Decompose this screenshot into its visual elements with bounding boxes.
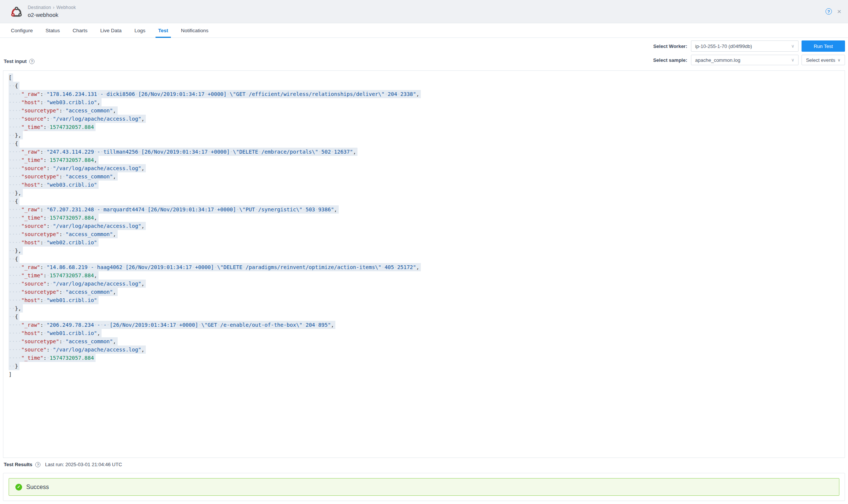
breadcrumb: Destination›Webhook [28,5,76,10]
test-input-header: Test input ? [4,58,34,64]
webhook-logo-icon [9,4,24,19]
code-line: ····"_raw":·"178.146.234.131·-·dicki8506… [9,90,845,98]
code-line: ··}, [9,304,845,313]
code-line: ····"_raw":·"67.207.231.248·-·marquardt4… [9,205,845,214]
code-line: ····"sourcetype":·"access_common", [9,106,845,115]
code-line: ····"_time":·1574732057.884, [9,214,845,222]
code-line: ····"_raw":·"247.43.114.229·-·tillman425… [9,148,845,156]
sample-select[interactable]: apache_common.log ∨ [691,55,799,65]
tab-live-data[interactable]: Live Data [94,23,128,37]
code-line: ··{ [9,197,845,205]
breadcrumb-separator: › [53,5,54,10]
question-help-icon[interactable]: ? [35,462,40,467]
code-line: ····"sourcetype":·"access_common", [9,337,845,345]
last-run-timestamp: Last run: 2025-03-01 21:04:46 UTC [45,462,122,467]
code-line: ····"host":·"web03.cribl.io" [9,181,845,189]
code-line: ····"sourcetype":·"access_common", [9,288,845,296]
tab-charts[interactable]: Charts [66,23,94,37]
tab-test[interactable]: Test [152,23,175,37]
code-line: ····"source":·"/var/log/apache/access.lo… [9,345,845,354]
code-line: ····"source":·"/var/log/apache/access.lo… [9,115,845,123]
code-line: ··}, [9,189,845,197]
chevron-down-icon: ∨ [838,58,841,62]
test-results-header: Test Results ? Last run: 2025-03-01 21:0… [4,462,122,467]
code-line: ··} [9,362,845,370]
success-status-text: Success [26,484,49,491]
worker-select-value: ip-10-255-1-70 (d04f99db) [695,43,752,49]
code-line: ····"sourcetype":·"access_common", [9,172,845,181]
code-line: ····"source":·"/var/log/apache/access.lo… [9,222,845,230]
code-line: ····"host":·"web01.cribl.io" [9,296,845,304]
code-line: ····"_time":·1574732057.884 [9,354,845,362]
success-check-icon: ✓ [15,484,22,491]
chevron-down-icon: ∨ [791,58,794,62]
question-help-icon[interactable]: ? [29,59,34,64]
code-line: ] [9,370,845,378]
sample-toolbar: Select sample: apache_common.log ∨ Selec… [653,55,845,65]
code-line: ····"_raw":·"206.249.78.234·-·-·[26/Nov/… [9,321,845,329]
code-line: ····"sourcetype":·"access_common", [9,230,845,238]
code-line: ····"host":·"web01.cribl.io", [9,329,845,337]
sample-select-value: apache_common.log [695,57,740,63]
test-input-editor[interactable]: [··{····"_raw":·"178.146.234.131·-·dicki… [3,70,845,458]
code-line: ····"host":·"web02.cribl.io" [9,238,845,247]
code-line: ··}, [9,131,845,139]
tab-status[interactable]: Status [39,23,66,37]
code-line: ····"_time":·1574732057.884, [9,271,845,280]
code-line: ····"source":·"/var/log/apache/access.lo… [9,280,845,288]
tab-notifications[interactable]: Notifications [175,23,215,37]
worker-toolbar: Select Worker: ip-10-255-1-70 (d04f99db)… [653,40,845,52]
test-results-panel: ✓ Success [3,473,845,501]
tab-configure[interactable]: Configure [4,23,39,37]
help-icon[interactable]: ? [826,8,832,15]
chevron-down-icon: ∨ [791,44,794,48]
app-header: Destination›Webhook o2-webhook ? × [0,0,848,23]
code-line: ····"_time":·1574732057.884, [9,156,845,164]
select-events-label: Select events [806,57,835,63]
code-line: ··{ [9,139,845,148]
breadcrumb-webhook[interactable]: Webhook [56,5,76,10]
success-banner: ✓ Success [9,478,839,496]
code-line: ··{ [9,255,845,263]
select-events-button[interactable]: Select events ∨ [802,55,845,65]
code-line: ····"_time":·1574732057.884 [9,123,845,131]
select-sample-label: Select sample: [653,57,687,63]
worker-select[interactable]: ip-10-255-1-70 (d04f99db) ∨ [691,40,799,52]
code-line: ····"host":·"web03.cribl.io", [9,98,845,106]
run-test-button[interactable]: Run Test [802,40,845,52]
code-line: [ [9,73,845,82]
breadcrumb-destination[interactable]: Destination [28,5,51,10]
code-line: ··{ [9,82,845,90]
test-results-label: Test Results [4,462,32,467]
select-worker-label: Select Worker: [653,43,687,49]
test-input-label: Test input [4,58,27,64]
tab-logs[interactable]: Logs [128,23,152,37]
page-title: o2-webhook [28,12,76,18]
tab-bar: Configure Status Charts Live Data Logs T… [0,23,848,38]
code-line: ··{ [9,313,845,321]
code-line: ··}, [9,247,845,255]
close-icon[interactable]: × [837,8,841,15]
code-line: ····"_raw":·"14.86.68.219·-·haag4062·[26… [9,263,845,271]
code-line: ····"source":·"/var/log/apache/access.lo… [9,164,845,172]
